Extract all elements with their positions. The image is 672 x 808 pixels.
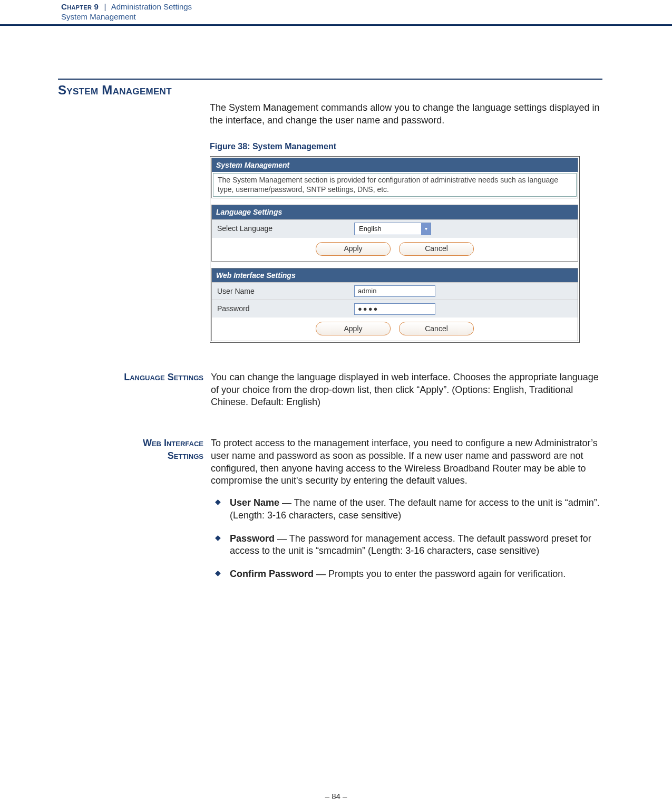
field-label: Password bbox=[212, 300, 349, 317]
header-divider bbox=[0, 24, 672, 26]
chapter-label: Chapter 9 bbox=[61, 2, 99, 11]
item-text: — The name of the user. The default name… bbox=[230, 497, 600, 521]
row-user-name: User Name admin bbox=[212, 282, 578, 300]
chevron-down-icon: ▾ bbox=[421, 223, 431, 235]
list-item-confirm-password: Confirm Password — Prompts you to enter … bbox=[211, 568, 602, 581]
dropdown-value: English bbox=[355, 224, 421, 233]
field-label: User Name bbox=[212, 283, 349, 300]
panel-language-settings: Language Settings Select Language Englis… bbox=[211, 205, 578, 261]
running-subtitle: System Management bbox=[61, 12, 672, 21]
username-input[interactable]: admin bbox=[354, 285, 435, 297]
list-item-password: Password — The password for management a… bbox=[211, 533, 602, 558]
panel-system-management: System Management The System Management … bbox=[211, 158, 578, 198]
item-label: Password bbox=[230, 533, 275, 544]
row-password: Password ●●●● bbox=[212, 300, 578, 317]
panel-heading: Web Interface Settings bbox=[212, 268, 578, 282]
side-heading-web-interface-settings: Web Interface Settings bbox=[58, 437, 203, 591]
running-header: Chapter 9 | Administration Settings Syst… bbox=[0, 2, 672, 21]
figure-caption: Figure 38: System Management bbox=[210, 141, 602, 152]
panel-web-interface-settings: Web Interface Settings User Name admin P… bbox=[211, 268, 578, 341]
list-item-user-name: User Name — The name of the user. The de… bbox=[211, 497, 602, 522]
web-interface-paragraph: To protect access to the management inte… bbox=[211, 437, 602, 487]
apply-button[interactable]: Apply bbox=[316, 242, 391, 256]
password-input[interactable]: ●●●● bbox=[354, 303, 435, 315]
side-heading-line1: Web Interface bbox=[143, 438, 203, 448]
panel-heading: System Management bbox=[212, 158, 578, 172]
cancel-button[interactable]: Cancel bbox=[399, 242, 474, 256]
page-number: – 84 – bbox=[0, 792, 672, 801]
item-label: User Name bbox=[230, 497, 279, 508]
item-label: Confirm Password bbox=[230, 569, 314, 579]
section-heading: System Management bbox=[58, 83, 602, 98]
apply-button[interactable]: Apply bbox=[316, 322, 391, 335]
item-text: — The password for management access. Th… bbox=[230, 533, 591, 556]
language-dropdown[interactable]: English ▾ bbox=[354, 223, 431, 235]
side-heading-line2: Settings bbox=[168, 450, 203, 461]
chapter-title: Administration Settings bbox=[111, 2, 192, 11]
side-heading-language-settings: Language Settings bbox=[58, 371, 203, 409]
panel-description: The System Management section is provide… bbox=[213, 173, 577, 197]
cancel-button[interactable]: Cancel bbox=[399, 322, 474, 335]
figure-screenshot: System Management The System Management … bbox=[210, 156, 580, 343]
section-rule bbox=[58, 79, 602, 80]
field-label: Select Language bbox=[212, 220, 349, 238]
panel-heading: Language Settings bbox=[212, 205, 578, 219]
row-select-language: Select Language English ▾ bbox=[212, 219, 578, 238]
item-text: — Prompts you to enter the password agai… bbox=[314, 569, 566, 579]
separator: | bbox=[101, 2, 109, 11]
intro-paragraph: The System Management commands allow you… bbox=[210, 102, 602, 127]
language-settings-paragraph: You can change the language displayed in… bbox=[211, 371, 602, 409]
